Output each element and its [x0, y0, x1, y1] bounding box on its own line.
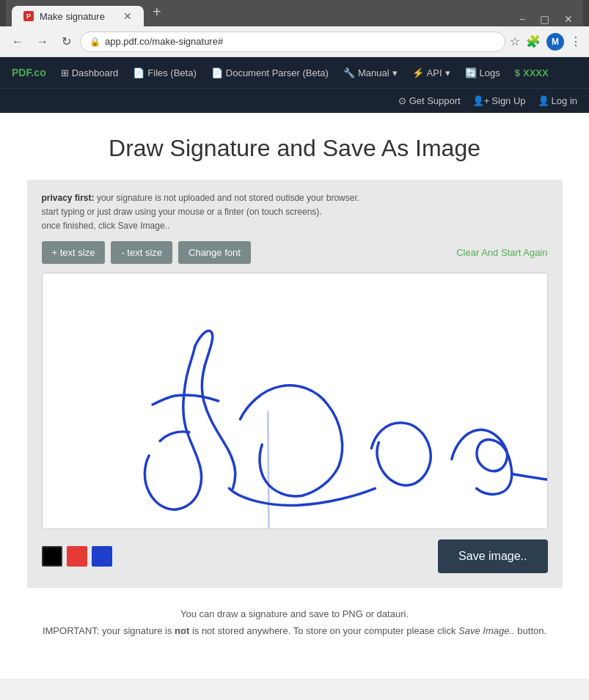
page-content: Draw Signature and Save As Image privacy…	[0, 113, 589, 679]
nav-logs[interactable]: 🔄 Logs	[465, 67, 500, 78]
color-blue[interactable]	[92, 546, 112, 567]
site-nav-right: ⊙ Get Support 👤+ Sign Up 👤 Log in	[0, 88, 589, 113]
minimize-button[interactable]: −	[515, 12, 530, 26]
doc-parser-icon: 📄	[211, 67, 223, 78]
nav-dashboard[interactable]: ⊞ Dashboard	[61, 67, 119, 78]
more-icon[interactable]: ⋮	[570, 34, 582, 48]
tab-favicon: P	[23, 11, 34, 21]
api-icon: ⚡	[412, 67, 424, 78]
star-icon[interactable]: ☆	[510, 34, 520, 48]
signature-container: privacy first: your signature is not upl…	[27, 180, 563, 588]
browser-icons: ☆ 🧩 M ⋮	[510, 33, 582, 51]
signature-svg	[43, 273, 547, 528]
nav-credit[interactable]: $ XXXX	[515, 67, 549, 78]
color-row	[42, 546, 112, 567]
support-icon: ⊙	[398, 95, 406, 106]
footer-line2: IMPORTANT: your signature is not is not …	[29, 622, 560, 639]
privacy-label: privacy first:	[42, 193, 95, 203]
nav-api[interactable]: ⚡ API ▾	[412, 67, 450, 78]
logo-suffix: .co	[31, 67, 45, 78]
nav-files[interactable]: 📄 Files (Beta)	[133, 67, 196, 78]
footer-important-prefix: IMPORTANT: your signature is	[43, 625, 175, 636]
color-red[interactable]	[67, 546, 87, 567]
footer-not: not	[175, 625, 189, 636]
files-icon: 📄	[133, 67, 144, 78]
site-nav: PDF.co ⊞ Dashboard 📄 Files (Beta) 📄 Docu…	[0, 57, 589, 88]
nav-manual[interactable]: 🔧 Manual ▾	[343, 67, 398, 78]
login-link[interactable]: 👤 Log in	[538, 95, 577, 106]
address-bar[interactable]: 🔒 app.pdf.co/make-signature#	[80, 32, 505, 52]
clear-link[interactable]: Clear And Start Again	[456, 247, 547, 258]
tab-title: Make signature	[40, 11, 105, 22]
footer-info: You can draw a signature and save to PNG…	[15, 588, 574, 657]
forward-button[interactable]: →	[32, 32, 53, 51]
footer-end: button.	[515, 625, 546, 636]
tab-close-btn[interactable]: ✕	[123, 10, 132, 22]
change-font-button[interactable]: Change font	[178, 241, 251, 264]
signup-icon: 👤+	[472, 95, 490, 106]
back-button[interactable]: ←	[7, 32, 28, 51]
login-icon: 👤	[538, 95, 549, 106]
color-black[interactable]	[42, 546, 62, 567]
privacy-text: your signature is not uploaded and not s…	[97, 193, 359, 203]
dashboard-icon: ⊞	[61, 67, 69, 78]
color-save-row: Save image..	[42, 539, 548, 573]
url-text: app.pdf.co/make-signature#	[105, 36, 223, 47]
text-size-minus-button[interactable]: - text size	[111, 241, 172, 264]
save-image-button[interactable]: Save image..	[438, 539, 547, 573]
footer-suffix: is not stored anywhere. To store on your…	[189, 625, 458, 636]
site-logo[interactable]: PDF.co	[12, 67, 46, 78]
browser-titlebar: P Make signature ✕ + − ▢ ✕	[0, 0, 589, 26]
signature-canvas[interactable]	[42, 273, 548, 529]
get-support-link[interactable]: ⊙ Get Support	[398, 95, 461, 106]
instruction-line3: once finished, click Save Image..	[42, 221, 170, 231]
extensions-icon[interactable]: 🧩	[526, 34, 541, 48]
instruction-line2: start typing or just draw using your mou…	[42, 207, 322, 217]
new-tab-button[interactable]: +	[147, 1, 167, 23]
refresh-button[interactable]: ↻	[57, 32, 76, 51]
credit-icon: $	[515, 67, 520, 78]
window-controls: − ▢ ✕	[515, 12, 577, 26]
nav-doc-parser[interactable]: 📄 Document Parser (Beta)	[211, 67, 329, 78]
page-title: Draw Signature and Save As Image	[15, 135, 574, 162]
lock-icon: 🔒	[89, 37, 100, 47]
privacy-notice: privacy first: your signature is not upl…	[42, 191, 548, 234]
maximize-button[interactable]: ▢	[535, 12, 554, 26]
sign-up-link[interactable]: 👤+ Sign Up	[472, 95, 526, 106]
footer-line1: You can draw a signature and save to PNG…	[29, 605, 560, 622]
controls-row: + text size - text size Change font Clea…	[42, 241, 548, 264]
close-button[interactable]: ✕	[560, 12, 577, 26]
text-size-plus-button[interactable]: + text size	[42, 241, 106, 264]
logs-icon: 🔄	[465, 67, 477, 78]
logo-prefix: PDF	[12, 67, 31, 78]
browser-tab-active[interactable]: P Make signature ✕	[12, 6, 144, 26]
manual-icon: 🔧	[343, 67, 355, 78]
browser-controls: ← → ↻ 🔒 app.pdf.co/make-signature# ☆ 🧩 M…	[0, 26, 589, 57]
user-avatar[interactable]: M	[546, 33, 564, 51]
footer-save-italic: Save Image..	[458, 625, 515, 636]
